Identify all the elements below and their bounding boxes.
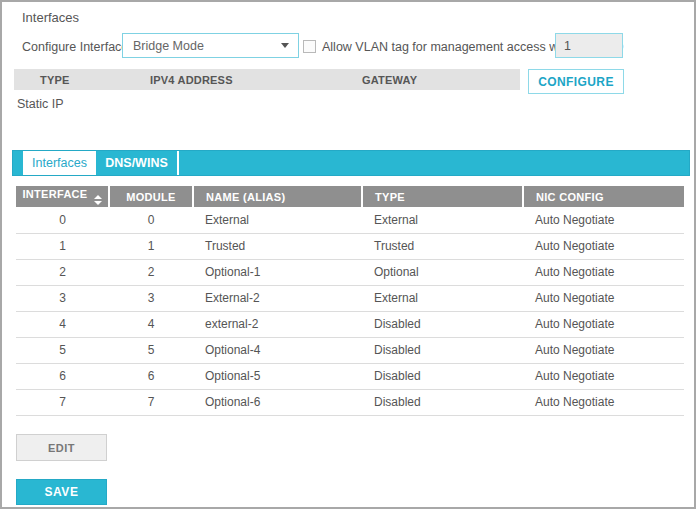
cell-module: 0 <box>109 207 193 233</box>
configure-button[interactable]: CONFIGURE <box>528 69 624 94</box>
table-row[interactable]: 3 3 External-2 External Auto Negotiate <box>16 285 684 311</box>
table-row[interactable]: 4 4 external-2 Disabled Auto Negotiate <box>16 311 684 337</box>
cell-module: 7 <box>109 389 193 415</box>
cell-type: Disabled <box>362 363 523 389</box>
cell-nic: Auto Negotiate <box>523 233 684 259</box>
vlan-id-input[interactable] <box>555 33 623 58</box>
cell-interface: 2 <box>16 259 109 285</box>
cell-module: 5 <box>109 337 193 363</box>
cell-module: 4 <box>109 311 193 337</box>
table-row[interactable]: 2 2 Optional-1 Optional Auto Negotiate <box>16 259 684 285</box>
cell-name: external-2 <box>193 311 362 337</box>
page-title: Interfaces <box>22 10 79 25</box>
cell-type: Trusted <box>362 233 523 259</box>
cell-type: Optional <box>362 259 523 285</box>
cell-nic: Auto Negotiate <box>523 337 684 363</box>
cell-nic: Auto Negotiate <box>523 259 684 285</box>
table-row[interactable]: 6 6 Optional-5 Disabled Auto Negotiate <box>16 363 684 389</box>
save-button[interactable]: SAVE <box>16 479 107 505</box>
cell-interface: 5 <box>16 337 109 363</box>
vlan-tag-checkbox[interactable] <box>303 40 316 53</box>
table-row[interactable]: 0 0 External External Auto Negotiate <box>16 207 684 233</box>
cell-type: Disabled <box>362 311 523 337</box>
column-header-interface[interactable]: INTERFACE <box>16 186 109 207</box>
tab-dns-wins[interactable]: DNS/WINS <box>96 151 179 175</box>
cell-name: External-2 <box>193 285 362 311</box>
cell-name: Optional-5 <box>193 363 362 389</box>
table-row[interactable]: 5 5 Optional-4 Disabled Auto Negotiate <box>16 337 684 363</box>
column-header-module[interactable]: MODULE <box>109 186 193 207</box>
interfaces-page: Interfaces Configure Interfaces in Bridg… <box>0 0 696 509</box>
column-header-interface-label: INTERFACE <box>22 188 87 200</box>
cell-name: Optional-4 <box>193 337 362 363</box>
edit-button[interactable]: EDIT <box>16 434 107 461</box>
interface-mode-select[interactable]: Bridge Mode <box>122 33 299 58</box>
cell-type: External <box>362 207 523 233</box>
cell-type: Disabled <box>362 337 523 363</box>
interface-mode-value: Bridge Mode <box>133 39 204 53</box>
cell-name: Optional-1 <box>193 259 362 285</box>
cell-nic: Auto Negotiate <box>523 311 684 337</box>
cell-interface: 1 <box>16 233 109 259</box>
cell-nic: Auto Negotiate <box>523 389 684 415</box>
cell-module: 2 <box>109 259 193 285</box>
tab-bar: Interfaces DNS/WINS <box>12 150 690 176</box>
column-header-type[interactable]: TYPE <box>362 186 523 207</box>
summary-header-type: TYPE <box>40 74 150 86</box>
cell-type: Disabled <box>362 389 523 415</box>
table-row[interactable]: 7 7 Optional-6 Disabled Auto Negotiate <box>16 389 684 415</box>
summary-type-value: Static IP <box>17 97 64 111</box>
cell-module: 3 <box>109 285 193 311</box>
cell-nic: Auto Negotiate <box>523 285 684 311</box>
cell-name: Trusted <box>193 233 362 259</box>
cell-interface: 6 <box>16 363 109 389</box>
table-row[interactable]: 1 1 Trusted Trusted Auto Negotiate <box>16 233 684 259</box>
chevron-down-icon <box>281 43 289 48</box>
cell-nic: Auto Negotiate <box>523 363 684 389</box>
cell-interface: 3 <box>16 285 109 311</box>
column-header-name[interactable]: NAME (ALIAS) <box>193 186 362 207</box>
column-header-nic[interactable]: NIC CONFIG <box>523 186 684 207</box>
cell-type: External <box>362 285 523 311</box>
sort-icon <box>94 195 102 205</box>
interfaces-table: INTERFACE MODULE NAME (ALIAS) TYPE NIC C… <box>16 186 684 416</box>
tab-interfaces[interactable]: Interfaces <box>23 151 96 175</box>
cell-nic: Auto Negotiate <box>523 207 684 233</box>
cell-module: 1 <box>109 233 193 259</box>
cell-name: External <box>193 207 362 233</box>
cell-interface: 4 <box>16 311 109 337</box>
cell-interface: 0 <box>16 207 109 233</box>
summary-header-gateway: GATEWAY <box>362 74 417 86</box>
cell-interface: 7 <box>16 389 109 415</box>
summary-header-ipv4: IPV4 ADDRESS <box>150 74 362 86</box>
cell-module: 6 <box>109 363 193 389</box>
cell-name: Optional-6 <box>193 389 362 415</box>
table-header-row: INTERFACE MODULE NAME (ALIAS) TYPE NIC C… <box>16 186 684 207</box>
summary-table-header: TYPE IPV4 ADDRESS GATEWAY <box>14 69 520 90</box>
